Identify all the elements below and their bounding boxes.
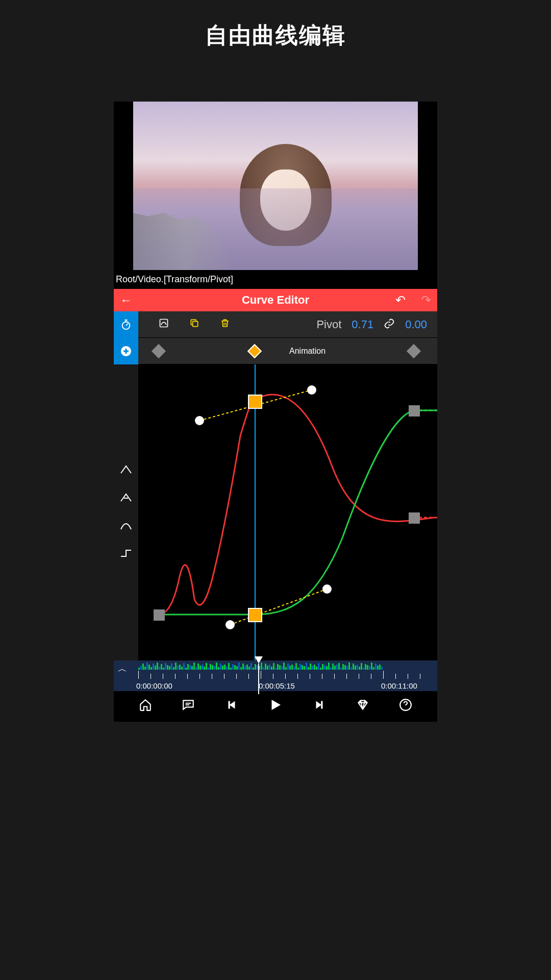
svg-rect-2 bbox=[193, 322, 198, 327]
bottom-bar bbox=[114, 691, 437, 722]
diamond-premium-icon[interactable] bbox=[356, 698, 369, 715]
keyframe-marker-active[interactable] bbox=[247, 344, 262, 358]
curve-keyframe[interactable] bbox=[154, 609, 165, 621]
time-label-end: 0:00:11:00 bbox=[381, 681, 417, 690]
timeline[interactable]: ︿ bbox=[114, 660, 437, 691]
step-tool-icon[interactable] bbox=[120, 548, 132, 561]
linear-tool-icon[interactable] bbox=[120, 464, 132, 477]
ease-tool-icon[interactable] bbox=[120, 520, 132, 533]
svg-point-0 bbox=[122, 322, 130, 329]
video-preview[interactable] bbox=[133, 102, 418, 270]
keyframe-marker[interactable] bbox=[407, 344, 421, 358]
app-frame: Root/Video.[Transform/Pivot] ← Curve Edi… bbox=[114, 102, 437, 722]
editor-header: ← Curve Editor ↶ ↷ bbox=[114, 289, 437, 311]
editor-toolbar: Pivot 0.71 0.00 bbox=[114, 311, 437, 338]
time-ruler[interactable]: 0:00:00:00 0:00:05:15 0:00:11:00 bbox=[138, 660, 437, 691]
trash-icon[interactable] bbox=[220, 318, 230, 331]
link-icon[interactable] bbox=[384, 318, 395, 331]
value-secondary[interactable]: 0.00 bbox=[405, 318, 427, 331]
redo-icon[interactable]: ↷ bbox=[421, 293, 431, 307]
curve-preset-icon[interactable] bbox=[159, 318, 169, 331]
add-keyframe-icon[interactable] bbox=[114, 338, 138, 364]
curve-keyframe-active[interactable] bbox=[248, 395, 262, 408]
curve-type-tools bbox=[114, 364, 138, 660]
bezier-handle[interactable] bbox=[322, 584, 332, 594]
breadcrumb: Root/Video.[Transform/Pivot] bbox=[114, 270, 437, 289]
page-title: 自由曲线编辑 bbox=[0, 0, 551, 81]
curve-keyframe-active[interactable] bbox=[248, 608, 262, 622]
expand-icon[interactable]: ︿ bbox=[118, 663, 127, 675]
svg-line-5 bbox=[230, 589, 327, 625]
bezier-tool-icon[interactable] bbox=[120, 492, 132, 505]
bezier-handle[interactable] bbox=[226, 620, 235, 629]
bezier-handle[interactable] bbox=[195, 416, 204, 425]
editor-title: Curve Editor bbox=[242, 293, 309, 307]
playhead-marker[interactable] bbox=[255, 656, 263, 664]
preview-subject bbox=[235, 144, 337, 271]
stopwatch-icon[interactable] bbox=[114, 311, 138, 338]
step-back-icon[interactable] bbox=[225, 698, 238, 715]
value-primary[interactable]: 0.71 bbox=[352, 318, 373, 331]
copy-icon[interactable] bbox=[189, 318, 199, 331]
keyframe-marker[interactable] bbox=[152, 344, 166, 358]
home-icon[interactable] bbox=[139, 698, 152, 715]
bezier-handle[interactable] bbox=[307, 385, 316, 395]
editor-body bbox=[114, 364, 437, 660]
property-label: Pivot bbox=[316, 318, 341, 331]
keyframe-label: Animation bbox=[289, 347, 325, 356]
curve-keyframe[interactable] bbox=[409, 405, 420, 416]
keyframe-row: Animation bbox=[114, 338, 437, 364]
time-label-mid: 0:00:05:15 bbox=[259, 681, 295, 690]
curve-canvas[interactable] bbox=[138, 364, 437, 660]
play-icon[interactable] bbox=[268, 697, 283, 716]
curve-keyframe[interactable] bbox=[409, 512, 420, 524]
comment-icon[interactable] bbox=[182, 698, 195, 715]
back-arrow-icon[interactable]: ← bbox=[120, 293, 132, 307]
curve-graph bbox=[138, 364, 437, 660]
keyframe-track[interactable]: Animation bbox=[138, 338, 437, 364]
time-label-start: 0:00:00:00 bbox=[136, 681, 172, 690]
undo-icon[interactable]: ↶ bbox=[395, 293, 406, 307]
svg-rect-1 bbox=[160, 320, 168, 327]
step-forward-icon[interactable] bbox=[313, 698, 326, 715]
help-icon[interactable] bbox=[399, 698, 412, 715]
